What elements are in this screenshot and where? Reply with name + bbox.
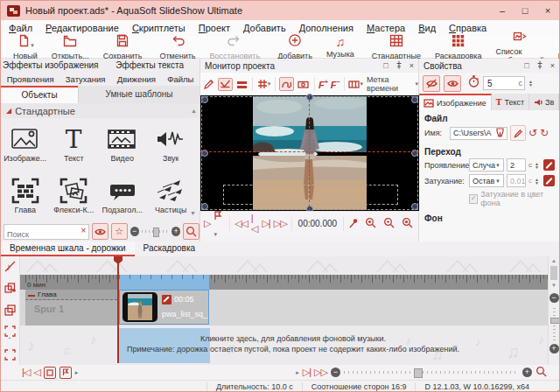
open-button[interactable]: Открыть... bbox=[45, 36, 96, 58]
playhead[interactable] bbox=[117, 256, 119, 363]
image-list-button[interactable]: Список изображений bbox=[488, 36, 550, 58]
music-track[interactable]: ♪ ♫ ♪ ♫ ♪ ♫ ♪ ♫ ♪ Кликните здесь, для до… bbox=[20, 328, 549, 363]
grid-snap-icon[interactable]: ▾ bbox=[256, 78, 272, 90]
transform-all-icon[interactable] bbox=[4, 348, 16, 364]
tab-image-effects[interactable]: Эффекты изображения bbox=[1, 59, 101, 73]
timeline-zoom-slider[interactable] bbox=[344, 371, 519, 374]
menu-addons[interactable]: Дополнения bbox=[299, 23, 354, 33]
menu-edit[interactable]: Редактирование bbox=[46, 23, 119, 33]
search-input[interactable] bbox=[4, 228, 85, 242]
name-field[interactable]: C:\Users\A bbox=[450, 127, 508, 140]
timeline-content[interactable]: 0 мин Глава Spur 1 bbox=[20, 256, 549, 365]
font-decrease-icon[interactable]: F− bbox=[331, 79, 340, 90]
font-increase-icon[interactable]: F+ bbox=[318, 79, 328, 90]
menu-wizards[interactable]: Мастера bbox=[367, 23, 405, 33]
timeline-clip[interactable]: 00:05 pwa_list_sq_1280 bbox=[119, 290, 209, 325]
fade-out-spinner[interactable]: ▲▼ bbox=[535, 178, 541, 185]
vertical-zoom-slider[interactable] bbox=[553, 305, 556, 340]
favorites-button[interactable]: ☆ bbox=[111, 223, 128, 240]
tab-storyboard-bottom[interactable]: Раскадровка bbox=[135, 242, 204, 256]
standard-view-button[interactable]: Стандартные bbox=[365, 36, 428, 58]
zoom-out-small-button[interactable]: − bbox=[130, 227, 139, 236]
time-mark-dropdown-icon[interactable]: ▾ bbox=[415, 80, 418, 88]
skip-start-button[interactable]: ◁◁ bbox=[234, 218, 248, 229]
play-button[interactable]: ▷ bbox=[204, 218, 210, 229]
time-mark-label[interactable]: Метка времени bbox=[367, 75, 413, 93]
object-text[interactable]: T Текст bbox=[50, 118, 99, 170]
menu-file[interactable]: Файл bbox=[9, 23, 32, 33]
camera-pan-icon[interactable] bbox=[297, 79, 311, 90]
magnifier-button[interactable] bbox=[183, 223, 200, 240]
mute-track-icon[interactable]: ♪ bbox=[4, 260, 16, 276]
transport-right-arrow[interactable]: ▸ bbox=[296, 369, 299, 376]
tab-motion[interactable]: Движения bbox=[117, 73, 156, 86]
menu-view[interactable]: Вид bbox=[418, 23, 436, 33]
frames-icon[interactable]: ▾ bbox=[347, 79, 364, 90]
add-track-icon[interactable] bbox=[4, 282, 16, 298]
object-sound[interactable]: Звук bbox=[147, 118, 196, 170]
maximize-pane-icon[interactable]: □ bbox=[524, 61, 528, 70]
pin-icon[interactable] bbox=[396, 60, 402, 71]
selection-handle[interactable] bbox=[411, 203, 418, 210]
text-area-placeholder[interactable] bbox=[223, 185, 398, 205]
transport-dropdown-icon[interactable]: ▸ bbox=[75, 369, 79, 376]
marker-flag-icon[interactable] bbox=[348, 216, 358, 232]
tl-magnifier-icon[interactable] bbox=[536, 365, 559, 381]
zoom-fit-monitor-icon[interactable] bbox=[402, 216, 418, 232]
selection-handle[interactable] bbox=[201, 96, 208, 103]
menu-help[interactable]: Справка bbox=[449, 23, 486, 33]
resize-grip[interactable] bbox=[555, 388, 556, 389]
fade-in-spinner[interactable]: ▲▼ bbox=[535, 162, 541, 169]
tab-text-effects[interactable]: Эффекты текста bbox=[101, 59, 200, 73]
object-subtitle[interactable]: Подзагол... bbox=[98, 170, 147, 221]
tab-smart-templates[interactable]: Умные шаблоны bbox=[78, 86, 200, 103]
selection-handle[interactable] bbox=[306, 94, 313, 101]
scroll-down-icon[interactable]: ▼ bbox=[549, 281, 559, 290]
duration-spinner[interactable]: ▲▼ bbox=[528, 80, 535, 87]
motion-path-icon[interactable] bbox=[279, 77, 294, 91]
rotate-cw-button[interactable]: ↻ bbox=[540, 127, 549, 139]
show-object-button[interactable] bbox=[444, 75, 461, 92]
preview-eye-button[interactable] bbox=[92, 223, 108, 240]
tab-fade-out[interactable]: Затухания bbox=[66, 73, 106, 86]
music-button[interactable]: ♫ Музыка bbox=[319, 36, 361, 58]
hide-object-button[interactable] bbox=[423, 75, 440, 92]
standard-section-header[interactable]: ◢ Стандартные ▲ bbox=[1, 103, 200, 118]
tl-skip-start-button[interactable]: |◁ bbox=[22, 367, 30, 378]
object-chapter[interactable]: Глава bbox=[1, 170, 50, 221]
slider-thumb[interactable] bbox=[153, 228, 159, 237]
fade-in-effect-button[interactable] bbox=[543, 159, 555, 171]
tl-zoom-in-button[interactable]: + bbox=[522, 368, 532, 377]
zoom-in-monitor-icon[interactable] bbox=[365, 216, 380, 232]
rotate-ccw-button[interactable]: ↺ bbox=[528, 127, 537, 139]
next-frame-button[interactable]: ▷| bbox=[262, 218, 270, 229]
minimize-button[interactable]: – bbox=[491, 1, 514, 20]
zoom-out-monitor-icon[interactable] bbox=[383, 216, 398, 232]
zoom-in-small-button[interactable]: + bbox=[172, 227, 180, 236]
timeline-zoom-thumb[interactable] bbox=[414, 368, 423, 378]
scrollbar-thumb[interactable] bbox=[550, 266, 557, 280]
pin-icon[interactable] bbox=[536, 60, 543, 71]
close-pane-icon[interactable]: × bbox=[410, 61, 414, 70]
collapse-chapter-icon[interactable] bbox=[28, 290, 35, 297]
tab-timeline-tracks[interactable]: Временная шкала - дорожки bbox=[1, 242, 135, 256]
scroll-down-arrow[interactable]: ▼ bbox=[190, 210, 196, 216]
scroll-up-icon[interactable]: ▲ bbox=[549, 256, 559, 265]
selection-handle[interactable] bbox=[411, 96, 418, 103]
add-button[interactable]: Добавить bbox=[270, 36, 319, 58]
tab-sound[interactable]: Зв bbox=[529, 94, 559, 110]
show-overlay-icon[interactable] bbox=[218, 78, 233, 91]
tab-files[interactable]: Файлы bbox=[167, 73, 193, 86]
fade-out-select[interactable]: Остав▼ bbox=[469, 174, 504, 187]
fade-out-effect-button[interactable] bbox=[543, 175, 555, 186]
object-image[interactable]: Изображе... bbox=[1, 118, 50, 170]
letterbox-icon[interactable] bbox=[235, 79, 248, 90]
skip-end-button[interactable]: ▷▷ bbox=[274, 218, 287, 229]
scroll-up-arrow[interactable]: ▲ bbox=[191, 108, 200, 114]
undo-button[interactable]: Отменить bbox=[152, 36, 202, 58]
object-flexi-collage[interactable]: Флекси-К... bbox=[50, 170, 99, 221]
object-video[interactable]: Видео bbox=[98, 118, 147, 170]
fade-out-duration[interactable]: 0.01 bbox=[507, 174, 526, 187]
save-button[interactable]: Сохранить bbox=[96, 36, 150, 58]
menu-scriptlets[interactable]: Скриптлеты bbox=[132, 23, 186, 33]
